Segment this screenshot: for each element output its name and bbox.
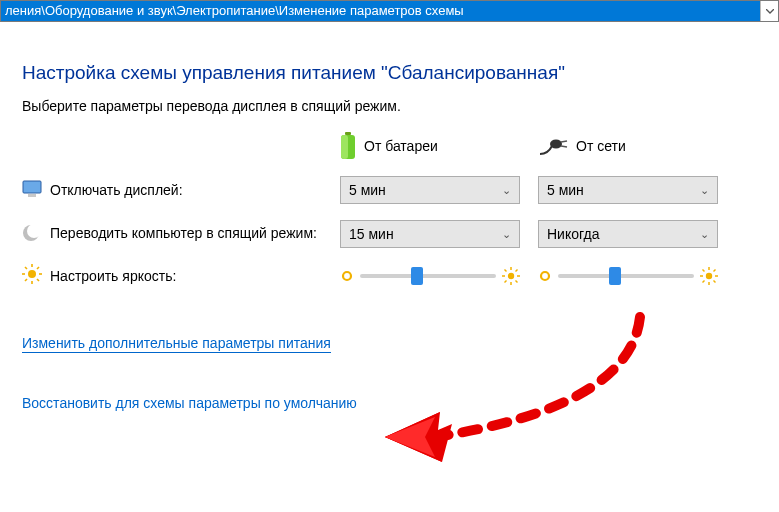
chevron-down-icon: ⌄ bbox=[502, 184, 511, 197]
svg-line-36 bbox=[714, 280, 716, 282]
svg-line-27 bbox=[516, 269, 518, 271]
svg-rect-0 bbox=[345, 132, 351, 135]
sleep-battery-select[interactable]: 15 мин ⌄ bbox=[340, 220, 520, 248]
display-off-plugged-select[interactable]: 5 мин ⌄ bbox=[538, 176, 718, 204]
moon-icon bbox=[22, 224, 50, 245]
column-header-plugged: От сети bbox=[538, 136, 718, 156]
sleep-plugged-value: Никогда bbox=[547, 226, 599, 242]
svg-line-4 bbox=[561, 141, 567, 142]
svg-point-20 bbox=[508, 272, 514, 278]
row-label-brightness: Настроить яркость: bbox=[50, 268, 340, 284]
display-off-battery-value: 5 мин bbox=[349, 182, 386, 198]
sun-dim-icon bbox=[538, 269, 552, 283]
sun-bright-icon bbox=[502, 267, 520, 285]
svg-line-26 bbox=[516, 280, 518, 282]
sun-dim-icon bbox=[340, 269, 354, 283]
page-subtitle: Выберите параметры перевода дисплея в сп… bbox=[22, 98, 757, 114]
row-label-display-off: Отключать дисплей: bbox=[50, 182, 340, 198]
svg-point-30 bbox=[706, 272, 712, 278]
breadcrumb-bar[interactable]: ления\Оборудование и звук\Электропитание… bbox=[0, 0, 779, 22]
chevron-down-icon: ⌄ bbox=[700, 228, 709, 241]
svg-line-38 bbox=[703, 280, 705, 282]
link-restore-defaults[interactable]: Восстановить для схемы параметры по умол… bbox=[22, 395, 357, 411]
chevron-down-icon bbox=[766, 9, 774, 14]
svg-line-25 bbox=[505, 269, 507, 271]
display-off-plugged-value: 5 мин bbox=[547, 182, 584, 198]
battery-icon bbox=[340, 132, 356, 160]
svg-point-29 bbox=[541, 272, 549, 280]
sun-bright-icon bbox=[700, 267, 718, 285]
breadcrumb-text: ления\Оборудование и звук\Электропитание… bbox=[1, 1, 760, 21]
column-header-plugged-label: От сети bbox=[576, 138, 626, 154]
chevron-down-icon: ⌄ bbox=[502, 228, 511, 241]
page-title: Настройка схемы управления питанием "Сба… bbox=[22, 62, 757, 84]
brightness-battery-slider[interactable] bbox=[340, 267, 520, 285]
svg-rect-7 bbox=[28, 194, 36, 197]
row-label-sleep: Переводить компьютер в спящий режим: bbox=[50, 225, 340, 243]
column-header-battery-label: От батареи bbox=[364, 138, 438, 154]
monitor-icon bbox=[22, 180, 50, 201]
breadcrumb-dropdown-button[interactable] bbox=[760, 1, 778, 21]
svg-line-37 bbox=[714, 269, 716, 271]
svg-line-5 bbox=[561, 146, 567, 147]
brightness-plugged-slider[interactable] bbox=[538, 267, 718, 285]
link-advanced-settings[interactable]: Изменить дополнительные параметры питани… bbox=[22, 335, 331, 353]
display-off-battery-select[interactable]: 5 мин ⌄ bbox=[340, 176, 520, 204]
svg-rect-6 bbox=[23, 181, 41, 193]
svg-point-10 bbox=[28, 270, 36, 278]
svg-line-35 bbox=[703, 269, 705, 271]
svg-line-18 bbox=[25, 279, 27, 281]
svg-line-15 bbox=[25, 267, 27, 269]
sun-icon bbox=[22, 264, 50, 287]
sleep-battery-value: 15 мин bbox=[349, 226, 394, 242]
plug-icon bbox=[538, 136, 568, 156]
svg-line-17 bbox=[37, 267, 39, 269]
column-header-battery: От батареи bbox=[340, 132, 520, 160]
svg-point-19 bbox=[343, 272, 351, 280]
sleep-plugged-select[interactable]: Никогда ⌄ bbox=[538, 220, 718, 248]
svg-rect-2 bbox=[341, 135, 348, 159]
svg-line-28 bbox=[505, 280, 507, 282]
svg-line-16 bbox=[37, 279, 39, 281]
svg-point-3 bbox=[550, 140, 562, 149]
chevron-down-icon: ⌄ bbox=[700, 184, 709, 197]
